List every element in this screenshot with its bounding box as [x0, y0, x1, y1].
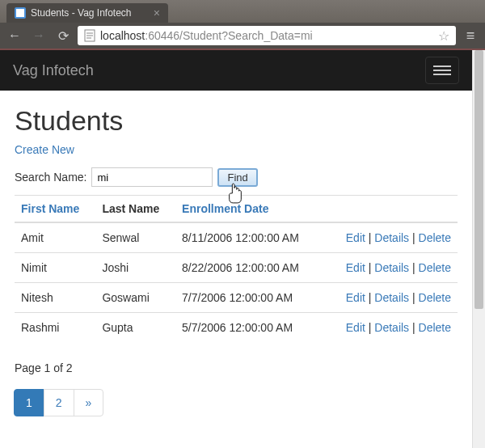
browser-toolbar: ← → ⟳ localhost:60446/Student?Search_Dat…: [0, 23, 485, 49]
details-link[interactable]: Details: [374, 291, 409, 304]
delete-link[interactable]: Delete: [419, 261, 451, 274]
reload-button[interactable]: ⟳: [53, 28, 73, 44]
app-navbar: Vag Infotech: [0, 50, 472, 91]
col-first-name[interactable]: First Name: [21, 202, 79, 215]
url-path: :60446/Student?Search_Data=mi: [145, 29, 312, 42]
table-row: RashmiGupta5/7/2006 12:00:00 AMEdit | De…: [15, 313, 458, 343]
back-button[interactable]: ←: [5, 28, 24, 43]
table-row: NimitJoshi8/22/2006 12:00:00 AMEdit | De…: [15, 253, 458, 283]
page-item[interactable]: 2: [44, 389, 74, 416]
delete-link[interactable]: Delete: [419, 291, 451, 304]
edit-link[interactable]: Edit: [346, 321, 365, 334]
cell-last-name: Senwal: [95, 222, 175, 253]
details-link[interactable]: Details: [374, 231, 409, 244]
pagination: 12»: [15, 389, 458, 416]
delete-link[interactable]: Delete: [419, 231, 451, 244]
page-content: Students Create New Search Name: Find Fi…: [0, 91, 472, 431]
browser-tab-bar: Students - Vag Infotech ×: [0, 0, 485, 23]
bookmark-star-icon[interactable]: ☆: [438, 28, 449, 44]
cell-enrollment-date: 7/7/2006 12:00:00 AM: [175, 283, 323, 313]
app-brand[interactable]: Vag Infotech: [13, 62, 94, 79]
viewport: Vag Infotech Students Create New Search …: [0, 50, 485, 448]
cell-last-name: Goswami: [95, 283, 175, 313]
page-link[interactable]: »: [74, 390, 103, 416]
page-item[interactable]: 1: [14, 389, 44, 416]
edit-link[interactable]: Edit: [346, 291, 365, 304]
edit-link[interactable]: Edit: [346, 261, 365, 274]
page-item[interactable]: »: [74, 389, 104, 416]
search-input[interactable]: [91, 167, 213, 187]
browser-tab[interactable]: Students - Vag Infotech ×: [6, 3, 168, 23]
scrollbar-thumb[interactable]: [474, 50, 483, 309]
details-link[interactable]: Details: [374, 321, 409, 334]
cell-last-name: Joshi: [95, 253, 175, 283]
cell-enrollment-date: 5/7/2006 12:00:00 AM: [175, 313, 323, 343]
cell-actions: Edit | Details | Delete: [323, 222, 458, 253]
scrollbar-track[interactable]: [472, 50, 485, 448]
details-link[interactable]: Details: [374, 261, 409, 274]
table-row: AmitSenwal8/11/2006 12:00:00 AMEdit | De…: [15, 222, 458, 253]
cell-enrollment-date: 8/11/2006 12:00:00 AM: [175, 222, 323, 253]
url-host: localhost: [100, 29, 145, 42]
table-row: NiteshGoswami7/7/2006 12:00:00 AMEdit | …: [15, 283, 458, 313]
cell-last-name: Gupta: [95, 313, 175, 343]
students-table: First Name Last Name Enrollment Date Ami…: [15, 195, 458, 342]
cell-first-name: Nimit: [15, 253, 95, 283]
address-bar[interactable]: localhost:60446/Student?Search_Data=mi ☆: [78, 26, 456, 45]
table-header-row: First Name Last Name Enrollment Date: [15, 196, 458, 223]
search-label: Search Name:: [15, 171, 86, 184]
cell-first-name: Rashmi: [15, 313, 95, 343]
edit-link[interactable]: Edit: [346, 231, 365, 244]
cell-actions: Edit | Details | Delete: [323, 283, 458, 313]
cell-actions: Edit | Details | Delete: [323, 313, 458, 343]
find-button[interactable]: Find: [217, 168, 257, 187]
forward-button[interactable]: →: [29, 28, 48, 43]
search-form: Search Name: Find: [15, 167, 458, 187]
page-info: Page 1 of 2: [15, 361, 458, 374]
page-favicon-icon: [15, 7, 26, 19]
page-area: Vag Infotech Students Create New Search …: [0, 50, 472, 448]
delete-link[interactable]: Delete: [419, 321, 451, 334]
browser-menu-icon[interactable]: ≡: [461, 27, 480, 44]
page-link[interactable]: 2: [44, 390, 74, 416]
col-last-name: Last Name: [95, 196, 175, 223]
document-icon: [84, 29, 95, 42]
page-link[interactable]: 1: [15, 390, 44, 416]
cell-enrollment-date: 8/22/2006 12:00:00 AM: [175, 253, 323, 283]
cell-actions: Edit | Details | Delete: [323, 253, 458, 283]
col-enrollment-date[interactable]: Enrollment Date: [182, 202, 268, 215]
close-tab-icon[interactable]: ×: [154, 6, 160, 19]
create-new-link[interactable]: Create New: [15, 143, 74, 156]
page-title: Students: [15, 105, 458, 137]
cell-first-name: Amit: [15, 222, 95, 253]
navbar-toggle-button[interactable]: [425, 57, 459, 84]
cell-first-name: Nitesh: [15, 283, 95, 313]
tab-title: Students - Vag Infotech: [31, 7, 132, 19]
